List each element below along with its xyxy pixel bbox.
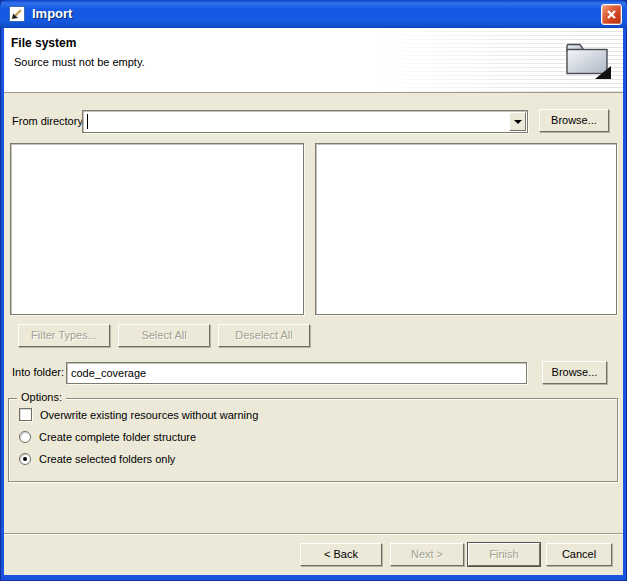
combo-dropdown-button[interactable] [509,112,526,131]
from-directory-input[interactable] [85,113,505,130]
complete-structure-option-row[interactable]: Create complete folder structure [19,431,196,443]
complete-structure-radio-label: Create complete folder structure [39,431,196,443]
options-group-legend: Options: [17,391,66,403]
text-caret [87,114,88,129]
import-arrow-glyph [10,7,24,21]
folder-tree-panel[interactable] [10,143,304,315]
close-icon [606,9,617,20]
banner-error-message: Source must not be empty. [14,56,145,68]
title-bar[interactable]: Import [0,0,627,28]
into-folder-input[interactable] [69,365,522,381]
select-all-button[interactable]: Select All [118,324,210,347]
overwrite-checkbox-label: Overwrite existing resources without war… [40,409,258,421]
destination-browse-button[interactable]: Browse... [542,361,607,384]
selected-folders-radio-label: Create selected folders only [39,453,175,465]
finish-button[interactable]: Finish [468,543,540,566]
chevron-down-icon [514,120,522,124]
import-wizard-icon[interactable] [9,6,25,22]
next-button[interactable]: Next > [390,543,464,566]
overwrite-checkbox[interactable] [19,408,32,421]
into-folder-field[interactable] [66,362,527,384]
file-list-panel[interactable] [315,143,617,315]
folder-import-icon [564,39,612,83]
import-dialog-window: Import File system Source must not be em… [0,0,627,581]
cancel-button[interactable]: Cancel [546,543,612,566]
source-browse-button[interactable]: Browse... [539,109,609,132]
close-button[interactable] [601,4,622,25]
filter-types-button[interactable]: Filter Types... [18,324,110,347]
selected-folders-radio[interactable] [19,453,31,465]
selected-folders-option-row[interactable]: Create selected folders only [19,453,175,465]
from-directory-label: From directory: [12,115,86,127]
deselect-all-button[interactable]: Deselect All [218,324,310,347]
overwrite-option-row[interactable]: Overwrite existing resources without war… [19,408,258,421]
dialog-body: File system Source must not be empty. [4,28,623,575]
options-group: Options: Overwrite existing resources wi… [8,398,618,482]
complete-structure-radio[interactable] [19,431,31,443]
back-button[interactable]: < Back [300,543,382,566]
footer-separator [4,533,623,534]
window-title: Import [32,6,72,21]
wizard-banner: File system Source must not be empty. [4,28,623,93]
banner-title: File system [11,36,76,50]
from-directory-combo[interactable] [82,110,528,133]
into-folder-label: Into folder: [12,366,64,378]
